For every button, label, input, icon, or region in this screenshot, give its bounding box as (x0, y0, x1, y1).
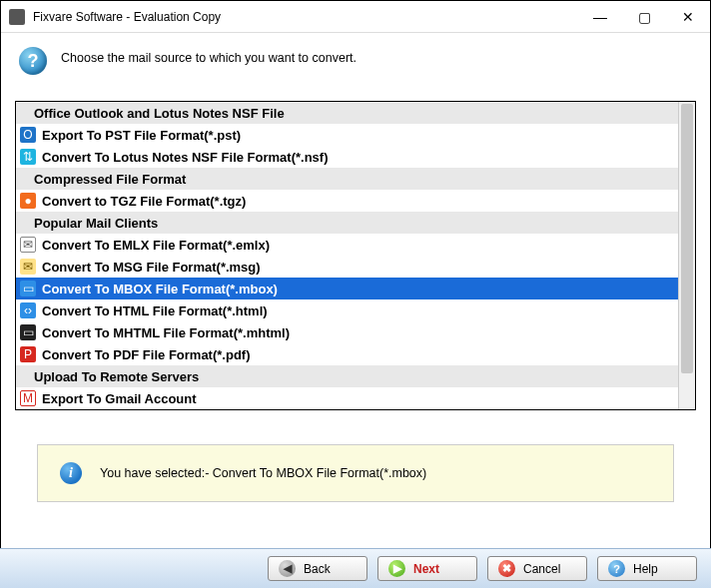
list-item-label: Convert to TGZ File Format(*.tgz) (42, 194, 246, 209)
list-item-label: Convert To PDF File Format(*.pdf) (42, 347, 250, 362)
question-icon: ? (19, 47, 47, 75)
instruction-row: ? Choose the mail source to which you wa… (1, 33, 710, 101)
list-header: Upload To Remote Servers (16, 365, 678, 387)
list-item[interactable]: ▭Convert To MHTML File Format(*.mhtml) (16, 321, 678, 343)
nsf-icon: ⇅ (20, 149, 36, 165)
list-header-label: Office Outlook and Lotus Notes NSF File (20, 106, 285, 121)
help-button-label: Help (633, 562, 658, 576)
list-item-label: Convert To Lotus Notes NSF File Format(*… (42, 150, 329, 165)
help-icon: ? (608, 560, 625, 577)
next-arrow-icon: ▶ (388, 560, 405, 577)
instruction-text: Choose the mail source to which you want… (61, 47, 356, 65)
list-item[interactable]: ✉Convert To EMLX File Format(*.emlx) (16, 234, 678, 256)
mbox-icon: ▭ (20, 281, 36, 296)
window-title: Fixvare Software - Evaluation Copy (33, 10, 578, 24)
list-item[interactable]: ✉Convert To MSG File Format(*.msg) (16, 256, 678, 278)
list-header: Popular Mail Clients (16, 212, 678, 234)
footer: ◀ Back ▶ Next ✖ Cancel ? Help (0, 548, 711, 588)
close-button[interactable]: ✕ (666, 2, 710, 32)
outlook-icon: O (20, 127, 36, 143)
info-icon: i (60, 462, 82, 484)
list-item[interactable]: MExport To Gmail Account (16, 387, 678, 409)
back-button-label: Back (304, 562, 331, 576)
scrollbar-thumb[interactable] (681, 104, 693, 373)
back-arrow-icon: ◀ (279, 560, 296, 577)
list-header-label: Upload To Remote Servers (20, 369, 199, 384)
list-item-label: Export To PST File Format(*.pst) (42, 128, 241, 143)
status-box: i You have selected:- Convert To MBOX Fi… (37, 444, 674, 502)
gmail-icon: M (20, 390, 36, 406)
format-list[interactable]: Office Outlook and Lotus Notes NSF FileO… (16, 102, 678, 409)
emlx-icon: ✉ (20, 237, 36, 253)
list-item-label: Convert To EMLX File Format(*.emlx) (42, 238, 270, 253)
list-header-label: Compressed File Format (20, 172, 186, 187)
next-button-label: Next (413, 562, 439, 576)
window-controls: — ▢ ✕ (578, 2, 710, 32)
format-list-container: Office Outlook and Lotus Notes NSF FileO… (15, 101, 696, 410)
list-item-label: Convert To MSG File Format(*.msg) (42, 260, 261, 275)
list-item[interactable]: OExport To PST File Format(*.pst) (16, 124, 678, 146)
titlebar: Fixvare Software - Evaluation Copy — ▢ ✕ (1, 1, 710, 33)
msg-icon: ✉ (20, 259, 36, 275)
app-icon (9, 9, 25, 25)
scrollbar[interactable] (678, 102, 695, 409)
next-button[interactable]: ▶ Next (377, 556, 477, 581)
cancel-icon: ✖ (498, 560, 515, 577)
list-item[interactable]: ●Convert to TGZ File Format(*.tgz) (16, 190, 678, 212)
status-text: You have selected:- Convert To MBOX File… (100, 466, 426, 480)
pdf-icon: P (20, 346, 36, 362)
back-button[interactable]: ◀ Back (268, 556, 367, 581)
list-header-label: Popular Mail Clients (20, 216, 158, 231)
list-item-label: Convert To MHTML File Format(*.mhtml) (42, 325, 290, 340)
html-icon: ‹› (20, 302, 36, 318)
cancel-button-label: Cancel (523, 562, 560, 576)
mhtml-icon: ▭ (20, 324, 36, 340)
minimize-button[interactable]: — (578, 2, 622, 32)
cancel-button[interactable]: ✖ Cancel (487, 556, 587, 581)
list-item[interactable]: PConvert To PDF File Format(*.pdf) (16, 343, 678, 365)
maximize-button[interactable]: ▢ (622, 2, 666, 32)
tgz-icon: ● (20, 193, 36, 209)
list-item[interactable]: ▭Convert To MBOX File Format(*.mbox) (16, 278, 678, 299)
list-header: Office Outlook and Lotus Notes NSF File (16, 102, 678, 124)
list-item[interactable]: ‹›Convert To HTML File Format(*.html) (16, 299, 678, 321)
help-button[interactable]: ? Help (597, 556, 697, 581)
list-item-label: Convert To HTML File Format(*.html) (42, 303, 268, 318)
list-item-label: Export To Gmail Account (42, 391, 197, 406)
list-item[interactable]: ⇅Convert To Lotus Notes NSF File Format(… (16, 146, 678, 168)
list-item-label: Convert To MBOX File Format(*.mbox) (42, 282, 278, 296)
list-header: Compressed File Format (16, 168, 678, 190)
